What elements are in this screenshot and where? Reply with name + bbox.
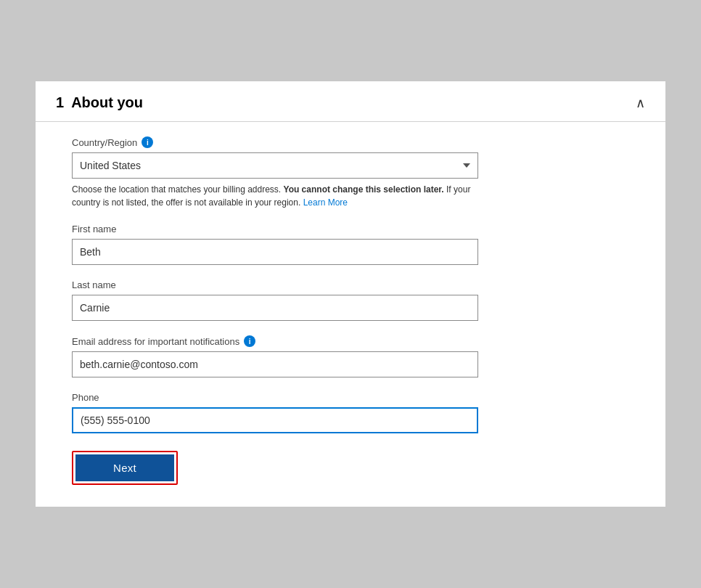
phone-label: Phone (72, 392, 629, 403)
next-button[interactable]: Next (75, 454, 174, 481)
next-button-wrapper: Next (72, 451, 629, 485)
country-select[interactable]: United States Canada United Kingdom Aust… (72, 152, 478, 179)
email-info-icon[interactable]: i (244, 335, 255, 347)
card-body: Country/Region i United States Canada Un… (36, 122, 665, 507)
step-number: 1 (56, 94, 64, 111)
country-region-group: Country/Region i United States Canada Un… (72, 136, 629, 209)
page-container: 1 About you ∧ Country/Region i United St… (0, 0, 701, 588)
section-title: About you (71, 94, 143, 111)
country-hint: Choose the location that matches your bi… (72, 183, 478, 209)
last-name-group: Last name (72, 279, 629, 321)
collapse-icon[interactable]: ∧ (636, 95, 645, 111)
email-input[interactable] (72, 351, 478, 377)
card-title: 1 About you (56, 94, 143, 111)
about-you-card: 1 About you ∧ Country/Region i United St… (35, 81, 666, 507)
last-name-label: Last name (72, 279, 629, 290)
next-button-outer: Next (72, 451, 178, 485)
first-name-label: First name (72, 224, 629, 234)
learn-more-link[interactable]: Learn More (303, 197, 348, 208)
phone-input[interactable] (72, 407, 478, 433)
country-label: Country/Region i (72, 136, 629, 148)
country-info-icon[interactable]: i (142, 136, 153, 148)
first-name-input[interactable] (72, 239, 478, 265)
email-group: Email address for important notification… (72, 335, 629, 377)
first-name-group: First name (72, 224, 629, 265)
card-header: 1 About you ∧ (36, 81, 665, 122)
last-name-input[interactable] (72, 295, 478, 321)
phone-group: Phone (72, 392, 629, 433)
email-label: Email address for important notification… (72, 335, 629, 347)
